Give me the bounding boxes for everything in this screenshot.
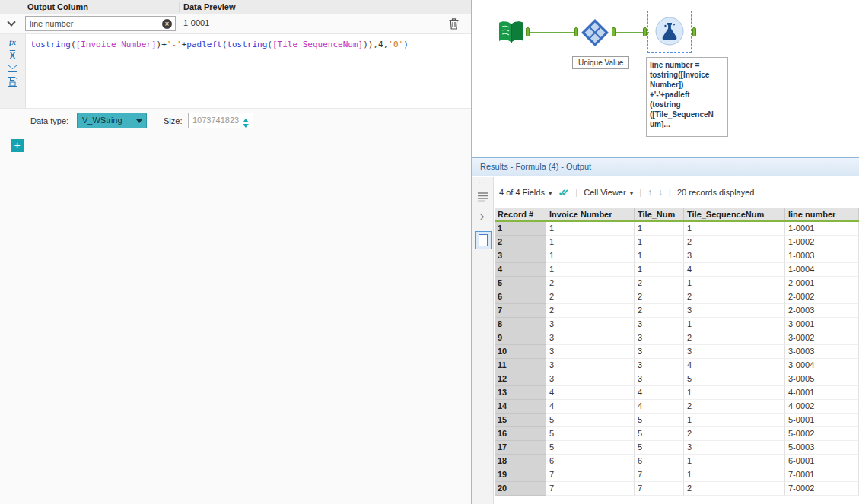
workflow-canvas[interactable]: Unique Value line number =tostring([Invo… [472, 0, 859, 157]
column-header[interactable]: Tile_SequenceNum [684, 208, 785, 220]
record-number-cell[interactable]: 15 [495, 414, 546, 427]
column-select-dropdown[interactable] [2, 16, 22, 31]
record-number-cell[interactable]: 13 [495, 386, 546, 400]
unique-tool[interactable] [580, 17, 610, 48]
table-cell[interactable]: 7-0002 [785, 482, 859, 496]
table-cell[interactable]: 4 [635, 386, 684, 400]
table-cell[interactable]: 2 [546, 290, 635, 304]
table-cell[interactable]: 2-0002 [785, 290, 859, 304]
table-cell[interactable]: 5 [546, 414, 635, 427]
table-cell[interactable]: 1 [635, 263, 684, 277]
table-cell[interactable]: 5 [546, 441, 635, 455]
save-expression-icon[interactable] [6, 77, 20, 89]
table-cell[interactable]: 1 [546, 222, 635, 236]
apply-check-icon[interactable]: ✓✓ [558, 187, 570, 198]
table-cell[interactable]: 3 [635, 359, 684, 372]
record-number-cell[interactable]: 18 [495, 455, 546, 468]
record-number-cell[interactable]: 11 [495, 359, 546, 372]
stepper-up-icon[interactable] [243, 116, 249, 122]
table-cell[interactable]: 5-0003 [785, 441, 859, 455]
table-cell[interactable]: 2 [684, 427, 785, 441]
size-stepper[interactable] [243, 116, 250, 131]
drag-handle-icon[interactable]: ⋯ [472, 177, 493, 186]
table-cell[interactable]: 2 [684, 482, 785, 496]
table-cell[interactable]: 1-0002 [785, 236, 859, 249]
record-number-cell[interactable]: 20 [495, 482, 546, 496]
record-number-cell[interactable]: 17 [495, 441, 546, 455]
input-data-tool[interactable] [496, 17, 527, 48]
table-cell[interactable]: 2 [684, 236, 785, 249]
data-type-dropdown[interactable]: V_WString [77, 113, 147, 128]
table-cell[interactable]: 7 [635, 468, 684, 482]
table-cell[interactable]: 4 [684, 263, 785, 277]
unique-tool-annotation[interactable]: Unique Value [572, 56, 629, 69]
input-anchor[interactable] [643, 27, 647, 36]
table-cell[interactable]: 5 [546, 427, 635, 441]
table-cell[interactable]: 2 [635, 290, 684, 304]
table-cell[interactable]: 4-0001 [785, 386, 859, 400]
table-cell[interactable]: 1-0001 [785, 222, 859, 236]
table-cell[interactable]: 5 [635, 427, 684, 441]
table-cell[interactable]: 7-0001 [785, 468, 859, 482]
record-number-cell[interactable]: 12 [495, 372, 546, 386]
table-cell[interactable]: 3-0003 [785, 345, 859, 359]
table-cell[interactable]: 7 [635, 482, 684, 496]
table-cell[interactable]: 3-0004 [785, 359, 859, 372]
record-number-cell[interactable]: 1 [495, 222, 546, 236]
record-number-cell[interactable]: 9 [495, 331, 546, 345]
record-number-cell[interactable]: 8 [495, 318, 546, 331]
table-cell[interactable]: 3 [635, 318, 684, 331]
table-cell[interactable]: 1 [635, 236, 684, 249]
table-cell[interactable]: 6 [635, 455, 684, 468]
table-cell[interactable]: 3 [684, 249, 785, 263]
column-header[interactable]: Invoice Number [546, 208, 635, 220]
table-cell[interactable]: 3 [635, 372, 684, 386]
record-number-cell[interactable]: 5 [495, 277, 546, 290]
table-cell[interactable]: 3 [684, 304, 785, 318]
table-cell[interactable]: 3 [635, 345, 684, 359]
formula-expression[interactable]: tostring([Invoice Number])+'-'+padleft(t… [30, 40, 465, 49]
stepper-down-icon[interactable] [243, 124, 249, 131]
delete-expression-button[interactable] [448, 17, 460, 30]
table-cell[interactable]: 4 [546, 386, 635, 400]
table-cell[interactable]: 4-0002 [785, 400, 859, 414]
table-cell[interactable]: 5 [684, 372, 785, 386]
table-cell[interactable]: 7 [546, 468, 635, 482]
table-cell[interactable]: 1-0004 [785, 263, 859, 277]
output-anchor[interactable] [612, 27, 616, 36]
table-cell[interactable]: 1 [684, 386, 785, 400]
table-cell[interactable]: 3 [684, 441, 785, 455]
clear-icon[interactable]: × [162, 19, 172, 29]
constants-icon[interactable] [6, 63, 20, 75]
table-cell[interactable]: 3 [546, 372, 635, 386]
table-cell[interactable]: 1 [546, 236, 635, 249]
table-cell[interactable]: 1 [684, 277, 785, 290]
table-cell[interactable]: 5 [635, 441, 684, 455]
table-cell[interactable]: 5-0002 [785, 427, 859, 441]
data-view-toggle[interactable] [475, 231, 492, 249]
table-cell[interactable]: 3 [635, 331, 684, 345]
arrow-down-icon[interactable]: ↓ [658, 187, 663, 198]
table-cell[interactable]: 2-0001 [785, 277, 859, 290]
record-number-cell[interactable]: 6 [495, 290, 546, 304]
table-rows-icon[interactable] [476, 192, 490, 205]
table-cell[interactable]: 3 [546, 331, 635, 345]
table-cell[interactable]: 2 [684, 290, 785, 304]
table-cell[interactable]: 1 [684, 318, 785, 331]
cell-viewer-selector[interactable]: Cell Viewer ▾ [584, 188, 633, 197]
table-cell[interactable]: 1 [635, 222, 684, 236]
table-cell[interactable]: 5-0001 [785, 414, 859, 427]
output-column-input[interactable]: line number × [25, 16, 176, 31]
table-cell[interactable]: 3-0005 [785, 372, 859, 386]
connection-line[interactable] [530, 32, 577, 33]
record-number-cell[interactable]: 4 [495, 263, 546, 277]
table-cell[interactable]: 3 [546, 359, 635, 372]
functions-icon[interactable]: fx [6, 36, 20, 48]
record-number-cell[interactable]: 14 [495, 400, 546, 414]
table-cell[interactable]: 2 [635, 304, 684, 318]
add-expression-button[interactable]: + [11, 139, 24, 152]
record-number-cell[interactable]: 7 [495, 304, 546, 318]
size-input[interactable]: 1073741823 [188, 113, 253, 128]
column-header[interactable]: Tile_Num [635, 208, 684, 220]
table-cell[interactable]: 6-0001 [785, 455, 859, 468]
